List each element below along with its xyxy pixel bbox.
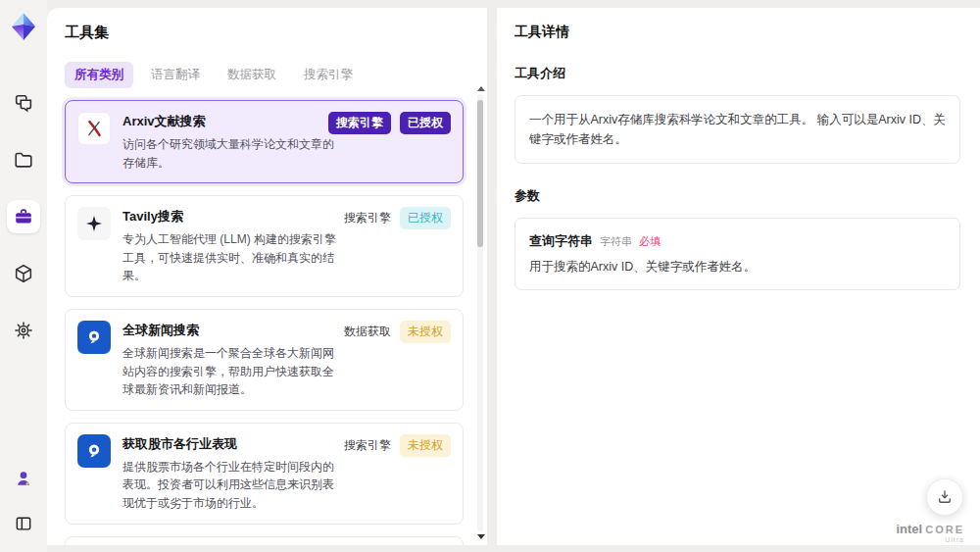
param-description: 用于搜索的Arxiv ID、关键字或作者姓名。	[529, 259, 946, 276]
scrollbar-up-arrow[interactable]	[477, 86, 485, 91]
tab-search-engine[interactable]: 搜索引擎	[294, 62, 363, 88]
sidebar-bottom	[7, 462, 40, 540]
tool-description: 全球新闻搜索是一个聚合全球各大新闻网站内容的搜索引擎，帮助用户快速获取全球最新资…	[122, 344, 345, 399]
settings-gear-icon[interactable]	[7, 314, 40, 347]
tool-badges: 数据获取 未授权	[344, 321, 451, 343]
tab-language-translation[interactable]: 语言翻译	[141, 62, 210, 88]
tool-auth-badge: 已授权	[400, 112, 451, 134]
tool-badges: 搜索引擎 未授权	[344, 434, 451, 457]
tool-icon	[77, 321, 111, 354]
tool-card[interactable]: 获取股市各行业表现 提供股票市场各个行业在特定时间段内的表现。投资者可以利用这些…	[65, 423, 464, 525]
tool-auth-badge: 未授权	[400, 434, 451, 457]
scrollbar-down-arrow[interactable]	[477, 534, 485, 539]
tool-icon	[77, 434, 111, 468]
tool-name: 全球新闻搜索	[122, 322, 345, 339]
core-wordmark: CORE	[925, 524, 964, 535]
intro-box: 一个用于从Arxiv存储库搜索科学论文和文章的工具。 输入可以是Arxiv ID…	[514, 95, 960, 164]
tool-detail-panel: 工具详情 工具介绍 一个用于从Arxiv存储库搜索科学论文和文章的工具。 输入可…	[497, 8, 980, 545]
tool-icon	[77, 207, 111, 240]
scrollbar-thumb[interactable]	[477, 100, 483, 247]
tool-badges: 搜索引擎 已授权	[328, 112, 451, 134]
folder-icon[interactable]	[7, 143, 40, 176]
intro-text: 一个用于从Arxiv存储库搜索科学论文和文章的工具。 输入可以是Arxiv ID…	[529, 110, 946, 149]
tavily-logo-icon	[84, 214, 104, 233]
tool-category-badge: 搜索引擎	[344, 207, 391, 229]
intel-core-logo: intel CORE Ultra	[896, 523, 964, 544]
tool-card[interactable]: 获取市场最活跃股票信息 提供当天交易量最高的股票列表，投资者可以利用这些信息来识…	[65, 536, 464, 545]
cube-icon[interactable]	[7, 257, 40, 290]
toolbox-icon[interactable]	[7, 200, 40, 233]
tool-auth-badge: 已授权	[400, 207, 451, 229]
arxiv-logo-icon	[83, 118, 105, 139]
tool-icon	[77, 112, 111, 145]
app-logo-icon[interactable]	[9, 12, 38, 41]
list-scrollbar[interactable]	[476, 86, 484, 539]
sidebar-nav	[7, 86, 40, 347]
ultra-wordmark: Ultra	[896, 536, 964, 544]
intel-wordmark: intel	[896, 523, 922, 536]
juhe-data-logo-icon	[83, 440, 105, 462]
detail-title: 工具详情	[514, 24, 960, 41]
tool-category-badge: 数据获取	[344, 321, 391, 343]
tool-name: 获取股市各行业表现	[122, 435, 345, 453]
tool-card[interactable]: 全球新闻搜索 全球新闻搜索是一个聚合全球各大新闻网站内容的搜索引擎，帮助用户快速…	[65, 309, 464, 411]
tool-description: 提供股票市场各个行业在特定时间段内的表现。投资者可以利用这些信息来识别表现优于或…	[122, 458, 345, 513]
tab-data-fetching[interactable]: 数据获取	[218, 62, 286, 88]
user-avatar-icon[interactable]	[7, 462, 40, 495]
tool-description: 访问各个研究领域大量科学论文和文章的存储库。	[122, 135, 345, 172]
tool-card[interactable]: Arxiv文献搜索 访问各个研究领域大量科学论文和文章的存储库。 搜索引擎 已授…	[65, 100, 464, 183]
tool-name: Arxiv文献搜索	[122, 113, 345, 130]
category-tabs: 所有类别语言翻译数据获取搜索引擎	[65, 62, 464, 88]
tool-card[interactable]: Tavily搜索 专为人工智能代理 (LLM) 构建的搜索引擎工具，可快速提供实…	[65, 195, 464, 297]
params-heading: 参数	[514, 187, 960, 205]
sidebar-toggle-icon[interactable]	[7, 507, 40, 540]
tool-auth-badge: 未授权	[400, 321, 451, 343]
tool-description: 专为人工智能代理 (LLM) 构建的搜索引擎工具，可快速提供实时、准确和真实的结…	[122, 230, 345, 285]
left-sidebar	[0, 0, 47, 552]
tool-list: Arxiv文献搜索 访问各个研究领域大量科学论文和文章的存储库。 搜索引擎 已授…	[65, 100, 464, 545]
page-title: 工具集	[65, 24, 464, 42]
tool-category-badge: 搜索引擎	[344, 434, 391, 457]
param-box: 查询字符串 字符串 必填 用于搜索的Arxiv ID、关键字或作者姓名。	[514, 218, 960, 290]
chat-icon[interactable]	[7, 86, 40, 120]
tool-name: Tavily搜索	[122, 208, 345, 226]
intro-heading: 工具介绍	[514, 65, 960, 82]
tool-category-badge: 搜索引擎	[328, 112, 391, 134]
param-name: 查询字符串	[529, 232, 593, 250]
tool-badges: 搜索引擎 已授权	[344, 207, 451, 229]
param-type: 字符串	[600, 234, 632, 249]
tools-list-panel: 工具集 所有类别语言翻译数据获取搜索引擎	[47, 8, 487, 545]
juhe-data-logo-icon	[83, 326, 105, 348]
tab-all-categories[interactable]: 所有类别	[65, 62, 133, 88]
download-button[interactable]	[926, 478, 963, 516]
param-required-badge: 必填	[639, 234, 661, 249]
